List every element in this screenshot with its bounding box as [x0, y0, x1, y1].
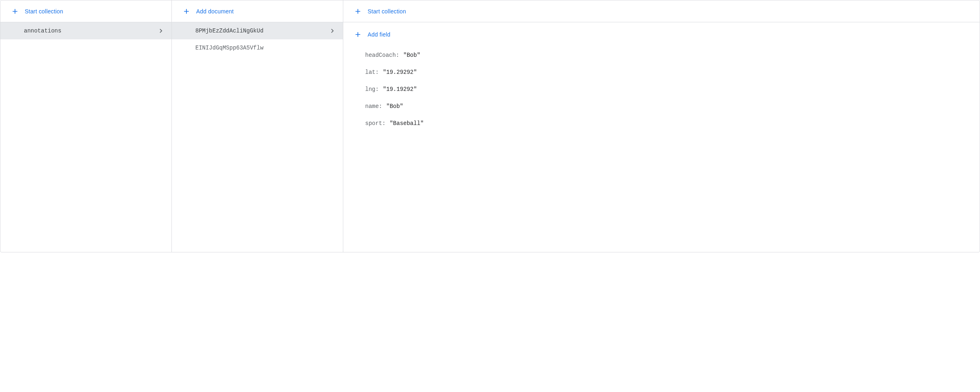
- field-key: lat: [365, 68, 375, 77]
- start-collection-label: Start collection: [25, 8, 63, 15]
- field-key: lng: [365, 85, 375, 94]
- field-value: "19.19292": [383, 85, 417, 94]
- start-subcollection-label: Start collection: [368, 8, 406, 15]
- field-value: "Baseball": [389, 119, 424, 128]
- plus-icon: [353, 30, 363, 39]
- field-row[interactable]: name: "Bob": [343, 98, 980, 115]
- field-key: headCoach: [365, 51, 396, 60]
- field-row[interactable]: lat: "19.29292": [343, 64, 980, 81]
- document-item-label: 8PMjbEzZddAcliNgGkUd: [195, 28, 325, 34]
- plus-icon: [353, 6, 363, 16]
- plus-icon: [10, 6, 20, 16]
- field-colon: :: [382, 119, 385, 128]
- document-item[interactable]: EINIJdGqMSpp63A5Vflw: [172, 39, 343, 56]
- collections-list: annotations: [0, 22, 171, 252]
- start-collection-button[interactable]: Start collection: [0, 0, 171, 22]
- documents-list: 8PMjbEzZddAcliNgGkUd EINIJdGqMSpp63A5Vfl…: [172, 22, 343, 252]
- field-value: "19.29292": [383, 68, 417, 77]
- field-value: "Bob": [403, 51, 420, 60]
- collection-item-label: annotations: [24, 28, 154, 34]
- add-field-label: Add field: [368, 31, 390, 38]
- field-key: name: [365, 102, 379, 111]
- field-row[interactable]: lng: "19.19292": [343, 81, 980, 98]
- field-colon: :: [396, 51, 399, 60]
- document-item[interactable]: 8PMjbEzZddAcliNgGkUd: [172, 22, 343, 39]
- chevron-right-icon: [328, 27, 336, 35]
- collections-panel: Start collection annotations: [0, 0, 172, 252]
- field-colon: :: [379, 102, 382, 111]
- collection-item[interactable]: annotations: [0, 22, 171, 39]
- field-value: "Bob": [386, 102, 403, 111]
- field-row[interactable]: sport: "Baseball": [343, 115, 980, 132]
- add-document-label: Add document: [196, 8, 234, 15]
- field-key: sport: [365, 119, 382, 128]
- documents-panel: Add document 8PMjbEzZddAcliNgGkUd EINIJd…: [172, 0, 343, 252]
- field-colon: :: [375, 68, 379, 77]
- field-colon: :: [375, 85, 379, 94]
- chevron-right-icon: [157, 27, 165, 35]
- fields-list: headCoach: "Bob" lat: "19.29292" lng: "1…: [343, 44, 980, 132]
- fields-panel: Start collection Add field headCoach: "B…: [343, 0, 980, 252]
- document-item-label: EINIJdGqMSpp63A5Vflw: [195, 45, 336, 51]
- fields-body: Add field headCoach: "Bob" lat: "19.2929…: [343, 22, 980, 252]
- field-row[interactable]: headCoach: "Bob": [343, 47, 980, 64]
- add-document-button[interactable]: Add document: [172, 0, 343, 22]
- start-subcollection-button[interactable]: Start collection: [343, 0, 980, 22]
- add-field-button[interactable]: Add field: [343, 25, 980, 44]
- plus-icon: [182, 6, 191, 16]
- firestore-data-viewer: Start collection annotations Add documen…: [0, 0, 980, 252]
